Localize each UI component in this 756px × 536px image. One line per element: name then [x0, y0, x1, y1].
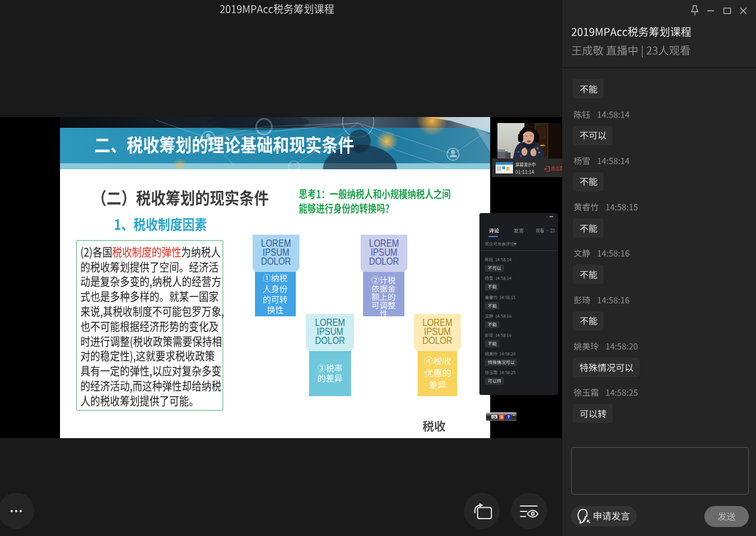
svg-text:?: ? [508, 415, 510, 419]
svg-text:CK: CK [492, 415, 497, 419]
svg-text:S: S [500, 415, 503, 419]
